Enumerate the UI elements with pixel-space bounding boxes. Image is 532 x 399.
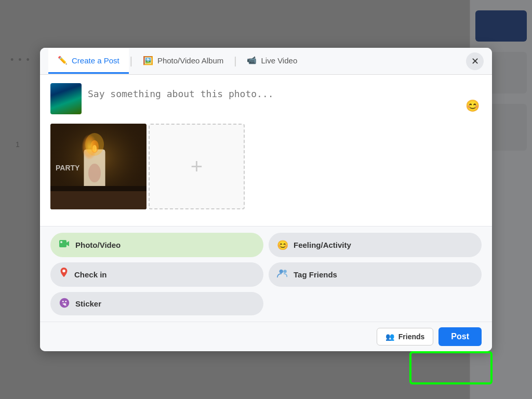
live-video-icon: 📹 bbox=[247, 56, 257, 65]
emoji-icon: 😊 bbox=[466, 99, 480, 113]
tab-live-video-label: Live Video bbox=[261, 56, 297, 65]
photo-video-label: Photo/Video bbox=[75, 241, 121, 249]
check-in-button[interactable]: Check in bbox=[50, 262, 263, 287]
action-grid: Photo/Video 😊 Feeling/Activity Check in bbox=[40, 227, 492, 322]
friends-icon: 👥 bbox=[385, 332, 394, 341]
sticker-icon bbox=[59, 297, 70, 310]
create-post-modal: ✏️ Create a Post | 🖼️ Photo/Video Album … bbox=[40, 48, 492, 351]
svg-point-15 bbox=[283, 270, 286, 273]
svg-rect-11 bbox=[59, 240, 66, 247]
svg-point-14 bbox=[280, 270, 283, 273]
avatar-image bbox=[50, 83, 82, 114]
photo-thumb-image: PARTY bbox=[50, 124, 147, 209]
modal-footer: 👥 Friends Post bbox=[40, 322, 492, 351]
post-button[interactable]: Post bbox=[438, 327, 482, 346]
feeling-icon: 😊 bbox=[277, 240, 288, 251]
tab-separator-1: | bbox=[130, 55, 132, 67]
feeling-label: Feeling/Activity bbox=[294, 241, 351, 249]
svg-point-5 bbox=[90, 140, 99, 153]
svg-point-13 bbox=[62, 270, 65, 273]
feeling-activity-button[interactable]: 😊 Feeling/Activity bbox=[269, 233, 482, 257]
svg-point-6 bbox=[92, 145, 97, 152]
post-input[interactable] bbox=[88, 83, 457, 115]
photo-thumbnail: PARTY bbox=[50, 124, 147, 209]
add-photo-icon: + bbox=[191, 155, 203, 178]
svg-point-4 bbox=[85, 133, 104, 156]
svg-text:PARTY: PARTY bbox=[56, 164, 80, 172]
friends-button[interactable]: 👥 Friends bbox=[377, 328, 434, 345]
svg-rect-9 bbox=[50, 191, 147, 209]
emoji-button[interactable]: 😊 bbox=[463, 97, 482, 115]
sticker-button[interactable]: Sticker bbox=[50, 292, 263, 315]
photo-video-icon bbox=[59, 238, 70, 252]
sticker-label: Sticker bbox=[75, 299, 101, 308]
text-area-row: 😊 bbox=[50, 83, 482, 115]
tab-create-post[interactable]: ✏️ Create a Post bbox=[48, 48, 129, 74]
svg-point-17 bbox=[65, 301, 66, 302]
add-photo-box[interactable]: + bbox=[149, 124, 245, 209]
photo-area: PARTY + bbox=[50, 124, 482, 209]
avatar bbox=[50, 83, 82, 114]
svg-point-12 bbox=[60, 241, 62, 243]
tab-create-post-label: Create a Post bbox=[72, 56, 119, 65]
svg-point-16 bbox=[62, 301, 64, 302]
tag-friends-button[interactable]: Tag Friends bbox=[269, 262, 482, 287]
modal-body: 😊 bbox=[40, 75, 492, 226]
friends-label: Friends bbox=[398, 332, 425, 341]
modal-overlay: ✏️ Create a Post | 🖼️ Photo/Video Album … bbox=[0, 0, 532, 399]
tab-live-video[interactable]: 📹 Live Video bbox=[237, 48, 307, 74]
pencil-icon: ✏️ bbox=[58, 56, 68, 65]
tab-separator-2: | bbox=[234, 55, 236, 67]
tag-icon bbox=[277, 268, 288, 281]
tab-bar: ✏️ Create a Post | 🖼️ Photo/Video Album … bbox=[40, 48, 492, 75]
tab-photo-album-label: Photo/Video Album bbox=[157, 56, 223, 65]
tag-friends-label: Tag Friends bbox=[294, 270, 337, 279]
pin-icon bbox=[59, 268, 69, 282]
tab-photo-album[interactable]: 🖼️ Photo/Video Album bbox=[134, 48, 233, 74]
svg-point-7 bbox=[88, 164, 101, 182]
check-in-label: Check in bbox=[74, 270, 107, 279]
close-button[interactable]: ✕ bbox=[466, 52, 484, 70]
photo-album-icon: 🖼️ bbox=[143, 56, 153, 65]
photo-video-button[interactable]: Photo/Video bbox=[50, 233, 263, 257]
